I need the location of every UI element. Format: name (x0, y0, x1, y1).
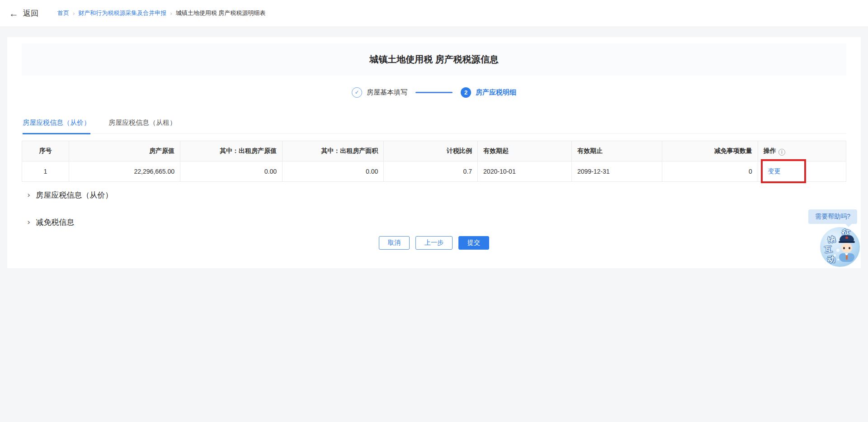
tab-from-rent[interactable]: 房屋应税信息（从租） (108, 119, 176, 133)
col-header-original-value: 房产原值 (69, 141, 180, 161)
submit-button[interactable]: 提交 (458, 236, 489, 250)
step1-label: 房屋基本填写 (367, 88, 407, 97)
breadcrumb-current: 城镇土地使用税 房产税税源明细表 (176, 9, 266, 17)
stepper-connector (415, 92, 453, 93)
step1-check-icon: ✓ (352, 87, 362, 98)
cell-tax-ratio: 0.7 (384, 161, 478, 182)
tab-ad-valorem[interactable]: 房屋应税信息（从价） (23, 119, 90, 134)
cell-rented-area: 0.00 (283, 161, 384, 182)
topbar: ← 返回 首页 › 财产和行为税税源采集及合并申报 › 城镇土地使用税 房产税税… (0, 0, 868, 26)
step-1: ✓ 房屋基本填写 (352, 87, 407, 98)
tax-source-table: 序号 房产原值 其中：出租房产原值 其中：出租房产面积 计税比例 有效期起 有效… (22, 141, 846, 182)
breadcrumb-collection[interactable]: 财产和行为税税源采集及合并申报 (78, 9, 166, 17)
section-label: 房屋应税信息（从价） (36, 190, 113, 200)
cell-operation: 变更 (758, 161, 846, 182)
need-help-bubble[interactable]: 需要帮助吗? (808, 209, 857, 224)
back-label: 返回 (23, 8, 38, 19)
table-header-row: 序号 房产原值 其中：出租房产原值 其中：出租房产面积 计税比例 有效期起 有效… (22, 141, 846, 161)
col-header-operation: 操作i (758, 141, 846, 161)
tax-interaction-mascot[interactable]: 征 纳 互 动 (820, 227, 860, 267)
mascot-char: 纳 (826, 233, 836, 245)
chevron-right-icon: › (27, 191, 30, 199)
breadcrumb-separator-icon: › (73, 10, 75, 17)
table-row: 1 22,296,665.00 0.00 0.00 0.7 2020-10-01… (22, 161, 846, 182)
title-band: 城镇土地使用税 房产税税源信息 (22, 43, 846, 76)
main-card: 城镇土地使用税 房产税税源信息 ✓ 房屋基本填写 2 房产应税明细 房屋应税信息… (7, 37, 861, 268)
chevron-right-icon: › (27, 218, 30, 226)
cell-original-value: 22,296,665.00 (69, 161, 180, 182)
tax-officer-icon (837, 235, 856, 265)
step2-number-badge: 2 (461, 87, 471, 98)
col-header-tax-ratio: 计税比例 (384, 141, 478, 161)
red-highlight-box (761, 159, 806, 183)
previous-step-button[interactable]: 上一步 (415, 236, 453, 250)
step-2: 2 房产应税明细 (461, 87, 516, 98)
col-header-rented-area: 其中：出租房产面积 (283, 141, 384, 161)
cell-seq: 1 (22, 161, 69, 182)
mascot-char: 互 (824, 244, 833, 255)
change-link[interactable]: 变更 (768, 167, 781, 175)
cell-exemption-count: 0 (662, 161, 758, 182)
section-label: 减免税信息 (36, 217, 74, 228)
cell-valid-from: 2020-10-01 (478, 161, 572, 182)
col-header-rented-value: 其中：出租房产原值 (180, 141, 283, 161)
cancel-button[interactable]: 取消 (379, 236, 410, 250)
cell-rented-value: 0.00 (180, 161, 283, 182)
breadcrumb-separator-icon: › (170, 10, 172, 17)
col-header-valid-from: 有效期起 (478, 141, 572, 161)
section-exemption-collapsed[interactable]: › 减免税信息 (22, 215, 846, 229)
col-header-valid-to: 有效期止 (571, 141, 662, 161)
footer-buttons: 取消 上一步 提交 (22, 236, 846, 250)
col-header-seq: 序号 (22, 141, 69, 161)
tab-bar: 房屋应税信息（从价） 房屋应税信息（从租） (22, 119, 846, 134)
breadcrumb: 首页 › 财产和行为税税源采集及合并申报 › 城镇土地使用税 房产税税源明细表 (57, 9, 265, 17)
mascot-bubble-dot (834, 254, 836, 256)
cell-valid-to: 2099-12-31 (571, 161, 662, 182)
back-arrow-icon: ← (9, 9, 19, 18)
info-icon[interactable]: i (778, 149, 785, 156)
step2-label: 房产应税明细 (476, 88, 516, 97)
back-button[interactable]: ← 返回 (9, 8, 38, 19)
stepper: ✓ 房屋基本填写 2 房产应税明细 (22, 87, 846, 98)
page-title: 城镇土地使用税 房产税税源信息 (369, 53, 499, 66)
breadcrumb-home[interactable]: 首页 (57, 9, 69, 17)
section-ad-valorem-collapsed[interactable]: › 房屋应税信息（从价） (22, 188, 846, 202)
col-header-exemption-count: 减免事项数量 (662, 141, 758, 161)
